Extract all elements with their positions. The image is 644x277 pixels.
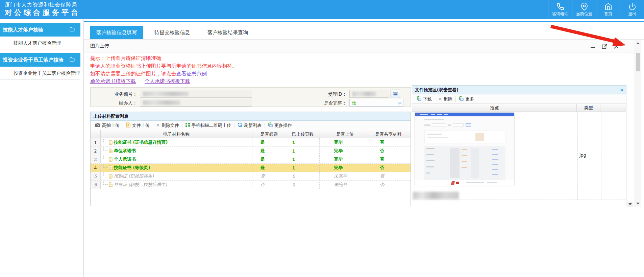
more-actions-icon — [268, 122, 273, 128]
view-certificate-sample-link[interactable]: 查看证书范例 — [176, 71, 207, 77]
delete-file-button[interactable]: ✕ 删除文件 — [153, 122, 182, 129]
tab-verification-result-query[interactable]: 落户核验结果查询 — [201, 26, 254, 39]
form-panel: 业务编号： 受理ID： 经办人： 是否完整： 是 — [90, 87, 411, 107]
maximize-button[interactable] — [601, 43, 608, 49]
hint-line-1: 提示：上传图片请保证清晰准确 — [90, 55, 161, 62]
table-row[interactable]: 1 技能证书 (证书信息详情页) 是 1 完毕 否 — [91, 138, 411, 147]
uploaded-cell: 完毕 — [320, 147, 370, 155]
close-icon[interactable] — [613, 43, 619, 49]
minimize-button[interactable] — [590, 43, 596, 49]
shared-cell: 否 — [370, 138, 411, 146]
pages-cell: 1 — [286, 138, 320, 146]
preview-thumbnail[interactable] — [415, 113, 514, 186]
table-row-selected[interactable]: 4 技能证书 (等级页) 是 1 完毕 否 — [91, 164, 411, 172]
row-index: 4 — [91, 164, 101, 172]
table-row[interactable]: 6 毕业证 (职校、技校应届生) 否 0 未完毕 否 — [91, 181, 411, 189]
row-index: 1 — [91, 138, 101, 146]
required-cell: 是 — [252, 164, 286, 172]
location-icon — [580, 3, 588, 10]
scroll-down-button[interactable] — [635, 201, 641, 206]
complete-select[interactable]: 是 — [349, 99, 403, 107]
table-row[interactable]: 2 单位承诺书 是 1 完毕 否 — [91, 147, 411, 155]
sidebar-group-investment-staff[interactable]: 投资企业骨干员工落户核验 — [0, 53, 80, 67]
uploaded-cell: 完毕 — [320, 155, 370, 163]
column-header-pages: 已上传页数 — [286, 130, 320, 138]
required-cell: 是 — [252, 155, 286, 163]
table-row[interactable]: 5 报到证 (职校应届生) 否 0 未完毕 否 — [91, 172, 411, 181]
toolbar-button-label: 更多 — [465, 96, 474, 102]
tree-line — [103, 172, 108, 176]
header-action-logout[interactable]: 退出 — [620, 0, 644, 19]
power-icon — [628, 3, 636, 10]
collapse-panel-icon[interactable]: » — [620, 87, 623, 93]
header-action-hotline[interactable]: 咨询电话 — [548, 0, 572, 19]
logo-org-name: 厦门市人力资源和社会保障局 — [5, 2, 80, 8]
header-action-label: 首页 — [604, 11, 612, 17]
tab-bar: 落户核验信息填写 待提交核验信息 落户核验结果查询 — [90, 26, 259, 39]
tree-line — [103, 164, 108, 168]
personal-commitment-template-link[interactable]: 个人承诺书模板下载 — [145, 78, 190, 85]
scrollbar-thumb[interactable] — [636, 53, 640, 71]
document-icon — [109, 174, 113, 179]
table-row[interactable]: 3 个人承诺书 是 1 完毕 否 — [91, 155, 411, 164]
material-name-cell: 单位承诺书 — [101, 147, 252, 155]
more-button[interactable]: 更多 — [456, 95, 477, 103]
delete-x-icon: ✕ — [438, 96, 442, 101]
company-commitment-template-link[interactable]: 单位承诺书模板下载 — [90, 78, 136, 85]
header-action-home[interactable]: 首页 — [596, 0, 620, 19]
refresh-list-button[interactable]: 刷新列表 — [234, 122, 265, 129]
row-index: 5 — [91, 172, 101, 180]
toolbar-button-label: 文件上传 — [132, 122, 150, 129]
phone-qr-upload-button[interactable]: 手机扫描二维码上传 — [182, 122, 234, 129]
print-button[interactable] — [391, 90, 400, 98]
dialog-title: 图片上传 — [84, 43, 109, 49]
preview-panel-header: 文件预览区(双击查看) » — [412, 86, 626, 94]
biz-no-field[interactable] — [140, 90, 252, 98]
column-header-index — [91, 130, 101, 138]
biz-no-label: 业务编号： — [93, 91, 137, 97]
pages-cell: 1 — [286, 147, 320, 155]
material-name-cell: 报到证 (职校应届生) — [101, 172, 252, 180]
tab-fill-verification-info[interactable]: 落户核验信息填写 — [90, 26, 143, 39]
refresh-icon — [238, 122, 242, 128]
uploaded-cell: 完毕 — [320, 164, 370, 172]
sidebar-group-title: 技能人才落户核验 — [3, 27, 43, 33]
printer-icon — [393, 91, 398, 97]
preview-table-header: 预览 类型 — [412, 104, 626, 112]
dialog-bottom-border — [84, 207, 641, 207]
shared-cell: 否 — [370, 155, 411, 163]
shared-cell: 否 — [370, 147, 411, 155]
file-upload-button[interactable]: 文件上传 — [123, 122, 153, 129]
sidebar-item-skill-talent-mgmt[interactable]: 技能人才落户核验管理 — [0, 37, 80, 49]
accept-id-label: 受理ID： — [307, 91, 347, 97]
sidebar-item-investment-staff-mgmt[interactable]: 投资企业骨干员工落户核验管理 — [0, 67, 80, 79]
header-action-location[interactable]: 当前位置 — [572, 0, 596, 19]
required-cell: 否 — [252, 181, 286, 189]
dialog-titlebar: 图片上传 — [84, 40, 634, 52]
tab-pending-submission-info[interactable]: 待提交核验信息 — [148, 26, 196, 39]
app-logo: 厦门市人力资源和社会保障局 对公综合服务平台 — [0, 0, 80, 19]
app-screen: 厦门市人力资源和社会保障局 对公综合服务平台 咨询电话 当前位置 首页 — [0, 0, 644, 277]
material-name-cell: 技能证书 (证书信息详情页) — [101, 138, 252, 146]
toolbar-button-label: 删除 — [444, 96, 452, 102]
accent-line — [84, 21, 644, 22]
download-button[interactable]: 下载 — [414, 95, 435, 103]
operator-field[interactable] — [140, 99, 252, 107]
vertical-scrollbar[interactable] — [635, 40, 641, 207]
document-icon — [109, 140, 113, 145]
scroll-up-button[interactable] — [635, 41, 641, 46]
required-cell: 否 — [252, 172, 286, 180]
more-actions-button[interactable]: 更多操作 — [265, 122, 295, 129]
delete-button[interactable]: ✕ 删除 — [435, 95, 455, 103]
sidebar-group-skill-talent[interactable]: 技能人才落户核验 — [0, 23, 80, 37]
delete-x-icon: ✕ — [156, 123, 160, 128]
material-name: 单位承诺书 — [114, 148, 136, 154]
column-header-blank — [600, 104, 626, 112]
preview-scroll-down-button[interactable] — [627, 202, 633, 207]
row-index: 3 — [91, 155, 101, 163]
toolbar-button-label: 高拍上传 — [102, 122, 120, 129]
doc-camera-upload-button[interactable]: 高拍上传 — [92, 122, 123, 129]
accept-id-field[interactable] — [349, 90, 389, 98]
uploaded-cell: 未完毕 — [320, 181, 370, 189]
home-icon — [604, 3, 612, 10]
